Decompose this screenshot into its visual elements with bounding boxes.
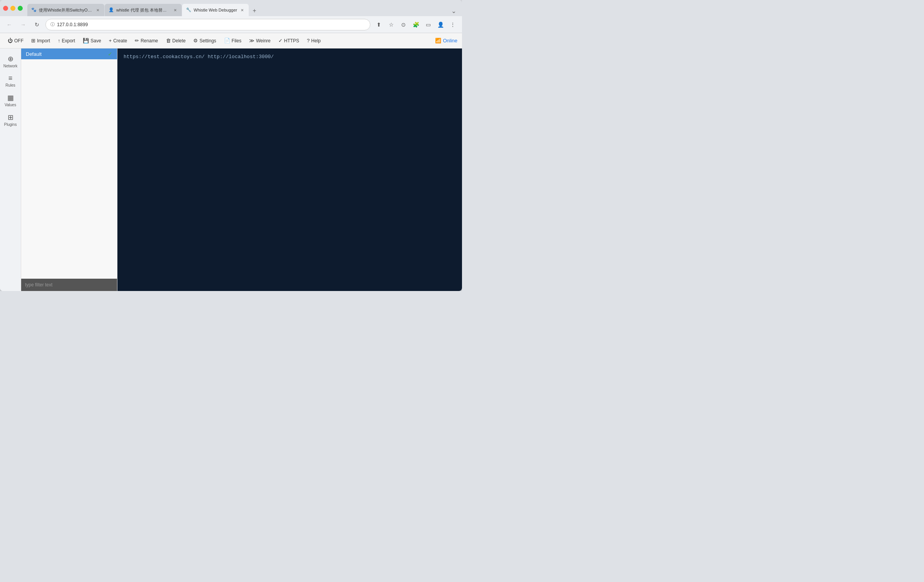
filter-bar [21, 279, 117, 291]
values-icon: ▦ [7, 94, 14, 102]
off-button[interactable]: ⏻ OFF [5, 36, 27, 45]
editor-area[interactable]: https://test.cookactoys.cn/ http://local… [117, 48, 462, 291]
sidebar-item-values[interactable]: ▦ Values [0, 90, 21, 110]
tab-2[interactable]: 👤 whistle 代理 抓包 本地替换 - Ja... ✕ [105, 4, 182, 16]
back-button[interactable]: ← [4, 19, 15, 30]
rule-check-icon: ✓ [108, 51, 112, 57]
online-indicator: 📶 Online [435, 38, 457, 43]
power-icon: ⏻ [8, 38, 13, 43]
tab-1-favicon: 🐾 [31, 7, 37, 13]
delete-icon: 🗑 [166, 38, 171, 43]
editor-line-1: https://test.cookactoys.cn/ http://local… [124, 53, 456, 61]
rules-list: Default ✓ [21, 48, 117, 279]
new-tab-button[interactable]: + [249, 5, 260, 16]
tab-3[interactable]: 🔧 Whistle Web Debugger ✕ [182, 4, 249, 16]
profile-button[interactable]: 👤 [435, 19, 446, 30]
save-button[interactable]: 💾 Save [80, 36, 104, 45]
tab-3-title: Whistle Web Debugger [194, 8, 237, 12]
https-button[interactable]: ✓ HTTPS [275, 36, 302, 45]
rules-icon: ≡ [8, 74, 13, 82]
browser-toolbar-right: ⬆ ☆ ⊙ 🧩 ▭ 👤 ⋮ [373, 19, 458, 30]
create-button[interactable]: + Create [106, 36, 131, 45]
menu-button[interactable]: ⋮ [447, 19, 458, 30]
tab-2-favicon: 👤 [109, 7, 114, 13]
address-bar: ← → ↻ ⓘ 127.0.0.1:8899 ⬆ ☆ ⊙ 🧩 ▭ 👤 ⋮ [0, 16, 462, 33]
address-field[interactable]: ⓘ 127.0.0.1:8899 [45, 19, 370, 30]
weinre-label: Weinre [256, 38, 271, 43]
rule-item-default[interactable]: Default ✓ [21, 48, 117, 59]
import-label: Import [37, 38, 50, 43]
settings-icon: ⚙ [193, 38, 198, 43]
import-button[interactable]: ⊞ Import [28, 36, 53, 45]
sidebar-item-plugins[interactable]: ⊞ Plugins [0, 110, 21, 130]
import-icon: ⊞ [31, 38, 35, 43]
left-nav: ⊕ Network ≡ Rules ▦ Values ⊞ Plugins [0, 48, 21, 291]
help-button[interactable]: ? Help [304, 36, 324, 45]
plugins-icon: ⊞ [8, 113, 13, 122]
help-label: Help [311, 38, 321, 43]
tab-1-title: 使用Whistle并用SwitchyOmega... [39, 7, 93, 13]
https-icon: ✓ [278, 38, 283, 43]
tab-2-title: whistle 代理 抓包 本地替换 - Ja... [116, 7, 170, 13]
tab-3-favicon: 🔧 [186, 7, 191, 13]
create-icon: + [109, 38, 112, 43]
tab-2-close[interactable]: ✕ [172, 7, 178, 13]
tabs-bar: 🐾 使用Whistle并用SwitchyOmega... ✕ 👤 whistle… [27, 0, 459, 16]
save-icon: 💾 [83, 38, 89, 43]
save-label: Save [90, 38, 101, 43]
online-bars-icon: 📶 [435, 38, 441, 43]
address-security-icon: ⓘ [50, 22, 55, 27]
close-button[interactable] [3, 6, 8, 11]
forward-button[interactable]: → [18, 19, 28, 30]
maximize-button[interactable] [18, 6, 23, 11]
whistle-toolbar: ⏻ OFF ⊞ Import ↑ Export 💾 Save + Create … [0, 33, 462, 48]
media-button[interactable]: ⊙ [398, 19, 409, 30]
sidebar-toggle-button[interactable]: ▭ [423, 19, 434, 30]
rename-label: Rename [141, 38, 158, 43]
create-label: Create [113, 38, 127, 43]
address-text: 127.0.0.1:8899 [57, 22, 365, 27]
content-area: ⏻ OFF ⊞ Import ↑ Export 💾 Save + Create … [0, 33, 462, 291]
online-label: Online [443, 38, 457, 43]
refresh-button[interactable]: ↻ [32, 19, 42, 30]
rules-panel: Default ✓ [21, 48, 117, 291]
files-icon: 📄 [224, 38, 230, 43]
settings-button[interactable]: ⚙ Settings [190, 36, 219, 45]
extensions-button[interactable]: 🧩 [410, 19, 421, 30]
weinre-icon: ≫ [249, 38, 254, 43]
settings-label: Settings [199, 38, 216, 43]
weinre-button[interactable]: ≫ Weinre [246, 36, 274, 45]
rename-button[interactable]: ✏ Rename [132, 36, 161, 45]
delete-label: Delete [172, 38, 186, 43]
files-button[interactable]: 📄 Files [221, 36, 244, 45]
rule-default-label: Default [26, 51, 42, 57]
sidebar-item-rules[interactable]: ≡ Rules [0, 71, 21, 90]
delete-button[interactable]: 🗑 Delete [163, 36, 189, 45]
share-button[interactable]: ⬆ [373, 19, 384, 30]
https-label: HTTPS [284, 38, 299, 43]
bookmark-button[interactable]: ☆ [386, 19, 397, 30]
export-label: Export [62, 38, 75, 43]
files-label: Files [232, 38, 241, 43]
minimize-button[interactable] [10, 6, 15, 11]
network-label: Network [3, 64, 18, 68]
off-label: OFF [14, 38, 23, 43]
plugins-label: Plugins [4, 122, 17, 127]
tab-overflow-button[interactable]: ⌄ [448, 5, 459, 16]
window-controls [3, 6, 23, 11]
help-icon: ? [307, 38, 310, 43]
export-icon: ↑ [58, 38, 60, 43]
tab-1[interactable]: 🐾 使用Whistle并用SwitchyOmega... ✕ [27, 4, 104, 16]
title-bar: 🐾 使用Whistle并用SwitchyOmega... ✕ 👤 whistle… [0, 0, 462, 16]
tab-3-close[interactable]: ✕ [239, 7, 245, 13]
rename-icon: ✏ [135, 38, 139, 43]
network-icon: ⊕ [8, 55, 13, 63]
filter-input[interactable] [25, 282, 113, 288]
sidebar-item-network[interactable]: ⊕ Network [0, 52, 21, 71]
export-button[interactable]: ↑ Export [55, 36, 78, 45]
rules-label: Rules [5, 83, 15, 87]
app-area: ⊕ Network ≡ Rules ▦ Values ⊞ Plugins [0, 48, 462, 291]
tab-1-close[interactable]: ✕ [95, 7, 100, 13]
values-label: Values [5, 103, 16, 107]
